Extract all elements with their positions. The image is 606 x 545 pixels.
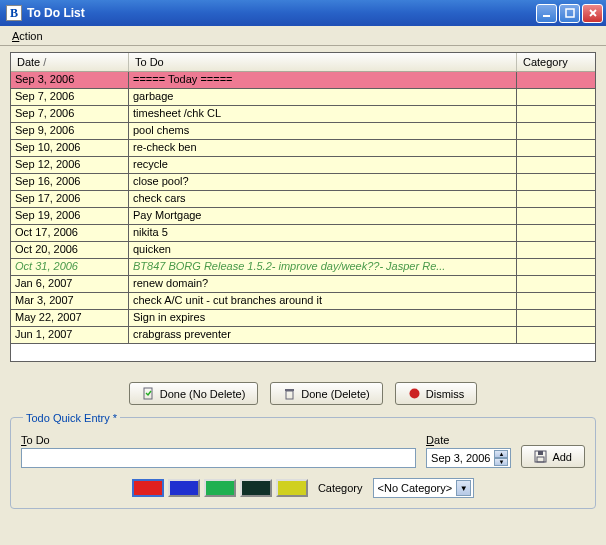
cell-todo: garbage <box>129 89 517 105</box>
cell-date: Sep 12, 2006 <box>11 157 129 173</box>
sort-ascending-icon: / <box>43 56 46 68</box>
cell-date: Mar 3, 2007 <box>11 293 129 309</box>
cell-date: Sep 10, 2006 <box>11 140 129 156</box>
cell-category <box>517 89 595 105</box>
table-row[interactable]: Sep 16, 2006close pool? <box>11 174 595 191</box>
color-swatches <box>132 479 308 497</box>
cell-todo: check cars <box>129 191 517 207</box>
cell-category <box>517 327 595 343</box>
cell-category <box>517 123 595 139</box>
svg-rect-9 <box>538 451 543 455</box>
svg-rect-6 <box>285 389 294 391</box>
svg-rect-5 <box>286 391 293 399</box>
done-no-delete-label: Done (No Delete) <box>160 388 246 400</box>
table-row[interactable]: Sep 19, 2006Pay Mortgage <box>11 208 595 225</box>
maximize-icon <box>565 8 575 18</box>
todo-table: Date/ To Do Category Sep 3, 2006===== To… <box>10 52 596 362</box>
table-row[interactable]: Sep 17, 2006check cars <box>11 191 595 208</box>
color-swatch-green[interactable] <box>204 479 236 497</box>
cell-category <box>517 140 595 156</box>
cell-category <box>517 310 595 326</box>
done-delete-button[interactable]: Done (Delete) <box>270 382 382 405</box>
cell-category <box>517 293 595 309</box>
date-spinner[interactable]: Sep 3, 2006 ▲ ▼ <box>426 448 511 468</box>
column-header-category[interactable]: Category <box>517 53 595 71</box>
cell-category <box>517 242 595 258</box>
cell-date: Jan 6, 2007 <box>11 276 129 292</box>
cell-todo: recycle <box>129 157 517 173</box>
cell-date: Jun 1, 2007 <box>11 327 129 343</box>
add-button[interactable]: Add <box>521 445 585 468</box>
table-row[interactable]: Oct 17, 2006nikita 5 <box>11 225 595 242</box>
close-icon <box>588 8 598 18</box>
minimize-icon <box>542 8 552 18</box>
cell-date: Oct 17, 2006 <box>11 225 129 241</box>
table-row[interactable]: Oct 31, 2006BT847 BORG Release 1.5.2- im… <box>11 259 595 276</box>
category-value: <No Category> <box>378 482 453 494</box>
table-row[interactable]: Sep 12, 2006recycle <box>11 157 595 174</box>
cell-date: Sep 19, 2006 <box>11 208 129 224</box>
cell-category <box>517 225 595 241</box>
cell-todo: pool chems <box>129 123 517 139</box>
cell-todo: nikita 5 <box>129 225 517 241</box>
cell-category <box>517 72 595 88</box>
color-swatch-red[interactable] <box>132 479 164 497</box>
cell-date: Sep 9, 2006 <box>11 123 129 139</box>
menu-action[interactable]: Action <box>6 28 49 44</box>
table-row[interactable]: Jun 1, 2007crabgrass preventer <box>11 327 595 344</box>
cell-date: Sep 7, 2006 <box>11 106 129 122</box>
cell-todo: close pool? <box>129 174 517 190</box>
cell-date: Oct 20, 2006 <box>11 242 129 258</box>
cell-todo: timesheet /chk CL <box>129 106 517 122</box>
cell-category <box>517 174 595 190</box>
cell-todo: renew domain? <box>129 276 517 292</box>
color-swatch-yellow[interactable] <box>276 479 308 497</box>
cell-todo: Pay Mortgage <box>129 208 517 224</box>
date-input-label: Date <box>426 434 511 446</box>
cell-date: May 22, 2007 <box>11 310 129 326</box>
table-row[interactable]: Sep 7, 2006garbage <box>11 89 595 106</box>
svg-rect-1 <box>566 9 574 17</box>
date-value: Sep 3, 2006 <box>431 452 490 464</box>
close-button[interactable] <box>582 4 603 23</box>
date-up-button[interactable]: ▲ <box>494 450 508 458</box>
table-row[interactable]: Mar 3, 2007check A/C unit - cut branches… <box>11 293 595 310</box>
table-row[interactable]: Jan 6, 2007renew domain? <box>11 276 595 293</box>
table-row[interactable]: Sep 9, 2006pool chems <box>11 123 595 140</box>
table-row[interactable]: Oct 20, 2006quicken <box>11 242 595 259</box>
cell-date: Sep 3, 2006 <box>11 72 129 88</box>
dropdown-arrow-icon[interactable]: ▼ <box>456 480 471 496</box>
cell-category <box>517 208 595 224</box>
table-row[interactable]: May 22, 2007Sign in expires <box>11 310 595 327</box>
todo-input-label: To Do <box>21 434 416 446</box>
cell-todo: ===== Today ===== <box>129 72 517 88</box>
window-title: To Do List <box>27 6 536 20</box>
column-header-todo[interactable]: To Do <box>129 53 517 71</box>
table-row[interactable]: Sep 7, 2006timesheet /chk CL <box>11 106 595 123</box>
minimize-button[interactable] <box>536 4 557 23</box>
cell-category <box>517 157 595 173</box>
svg-rect-10 <box>537 457 544 462</box>
column-header-date[interactable]: Date/ <box>11 53 129 71</box>
cell-todo: BT847 BORG Release 1.5.2- improve day/we… <box>129 259 517 275</box>
titlebar[interactable]: B To Do List <box>0 0 606 26</box>
cell-category <box>517 276 595 292</box>
color-swatch-blue[interactable] <box>168 479 200 497</box>
add-label: Add <box>552 451 572 463</box>
svg-point-7 <box>409 389 419 399</box>
table-row[interactable]: Sep 3, 2006===== Today ===== <box>11 72 595 89</box>
category-dropdown[interactable]: <No Category> ▼ <box>373 478 475 498</box>
maximize-button[interactable] <box>559 4 580 23</box>
dismiss-button[interactable]: Dismiss <box>395 382 478 405</box>
quick-entry-legend: Todo Quick Entry * <box>23 412 120 424</box>
trash-icon <box>283 387 296 400</box>
todo-input[interactable] <box>21 448 416 468</box>
table-row[interactable]: Sep 10, 2006re-check ben <box>11 140 595 157</box>
table-header-row: Date/ To Do Category <box>11 53 595 72</box>
dismiss-label: Dismiss <box>426 388 465 400</box>
date-down-button[interactable]: ▼ <box>494 458 508 466</box>
stop-icon <box>408 387 421 400</box>
done-no-delete-button[interactable]: Done (No Delete) <box>129 382 259 405</box>
color-swatch-black[interactable] <box>240 479 272 497</box>
cell-todo: crabgrass preventer <box>129 327 517 343</box>
